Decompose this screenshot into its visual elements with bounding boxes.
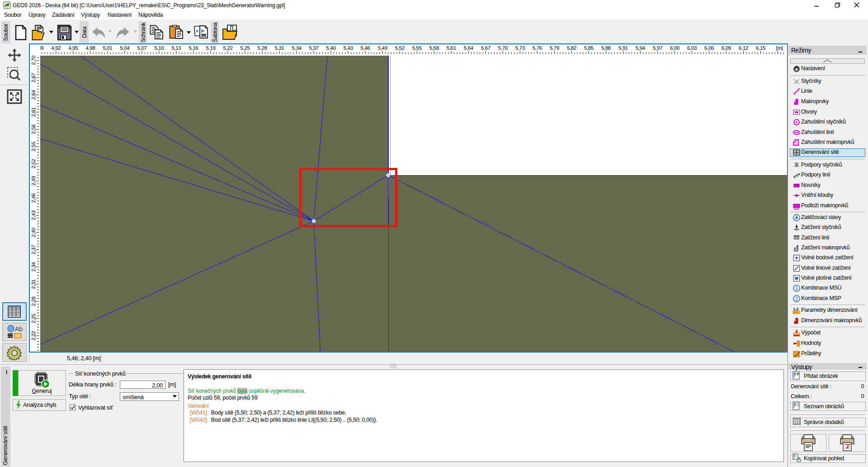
svg-text:5,82: 5,82 xyxy=(566,45,576,51)
svg-text:5,28: 5,28 xyxy=(257,45,267,51)
svg-text:5,34: 5,34 xyxy=(292,45,302,51)
svg-text:5,97: 5,97 xyxy=(653,45,662,51)
svg-text:5,94: 5,94 xyxy=(635,45,645,51)
svg-text:5,88: 5,88 xyxy=(601,45,610,51)
svg-text:5,79: 5,79 xyxy=(549,45,559,51)
svg-text:4,92: 4,92 xyxy=(51,45,61,51)
svg-text:5,49: 5,49 xyxy=(377,45,387,51)
svg-text:2,31: 2,31 xyxy=(30,279,36,289)
svg-text:5,04: 5,04 xyxy=(120,45,130,51)
svg-text:2,61: 2,61 xyxy=(30,107,36,117)
svg-text:2,64: 2,64 xyxy=(30,90,36,100)
svg-text:5,73: 5,73 xyxy=(515,45,524,51)
svg-text:5,61: 5,61 xyxy=(446,45,456,51)
svg-text:5,37: 5,37 xyxy=(309,45,318,51)
svg-text:2,70: 2,70 xyxy=(30,56,36,65)
svg-text:2,22: 2,22 xyxy=(30,331,36,340)
svg-text:5,67: 5,67 xyxy=(481,45,490,51)
svg-text:6,00: 6,00 xyxy=(670,45,679,51)
svg-text:2: 2 xyxy=(795,296,798,301)
svg-text:5,10: 5,10 xyxy=(154,45,164,51)
svg-text:2,28: 2,28 xyxy=(30,296,36,306)
svg-text:5,55: 5,55 xyxy=(412,45,421,51)
svg-text:2,43: 2,43 xyxy=(30,210,36,220)
svg-text:5,64: 5,64 xyxy=(463,45,473,51)
svg-text:5,58: 5,58 xyxy=(429,45,439,51)
svg-text:6,15: 6,15 xyxy=(756,45,765,51)
svg-text:5,01: 5,01 xyxy=(103,45,112,51)
svg-text:2,34: 2,34 xyxy=(30,262,36,272)
svg-text:Ab: Ab xyxy=(15,325,23,333)
svg-text:2,25: 2,25 xyxy=(30,314,36,323)
svg-text:6,03: 6,03 xyxy=(687,45,697,51)
svg-text:2,40: 2,40 xyxy=(30,228,36,237)
svg-text:6,09: 6,09 xyxy=(722,45,731,51)
svg-text:1,2: 1,2 xyxy=(793,306,798,311)
svg-text:2,46: 2,46 xyxy=(30,193,36,203)
svg-text:5,07: 5,07 xyxy=(137,45,146,51)
svg-text:Soubor: Soubor xyxy=(3,24,9,41)
svg-text:2,49: 2,49 xyxy=(30,176,36,186)
svg-text:1: 1 xyxy=(795,286,798,291)
svg-text:5,85: 5,85 xyxy=(584,45,593,51)
svg-text:5,19: 5,19 xyxy=(206,45,215,51)
svg-text:6,12: 6,12 xyxy=(739,45,748,51)
svg-text:2,37: 2,37 xyxy=(30,245,36,254)
svg-text:2,52: 2,52 xyxy=(30,159,36,168)
svg-text:5,40: 5,40 xyxy=(326,45,335,51)
svg-text:2,67: 2,67 xyxy=(30,73,36,82)
svg-text:4,89: 4,89 xyxy=(40,45,43,51)
svg-text:2,55: 2,55 xyxy=(30,142,36,151)
svg-text:[m]: [m] xyxy=(776,45,783,51)
svg-text:5,13: 5,13 xyxy=(171,45,181,51)
svg-text:5,16: 5,16 xyxy=(189,45,198,51)
svg-text:2,58: 2,58 xyxy=(30,124,36,134)
svg-text:6,06: 6,06 xyxy=(704,45,714,51)
svg-text:5,22: 5,22 xyxy=(223,45,232,51)
svg-text:5,91: 5,91 xyxy=(618,45,627,51)
svg-text:5,70: 5,70 xyxy=(498,45,507,51)
svg-text:Generování sítě: Generování sítě xyxy=(2,426,9,465)
svg-text:5,46: 5,46 xyxy=(360,45,370,51)
svg-text:Šablona: Šablona xyxy=(212,22,218,42)
svg-text:Data: Data xyxy=(81,27,88,38)
svg-text:4,98: 4,98 xyxy=(85,45,95,51)
svg-text:4,95: 4,95 xyxy=(68,45,78,51)
svg-text:5,25: 5,25 xyxy=(240,45,250,51)
svg-text:5,43: 5,43 xyxy=(343,45,353,51)
svg-text:5,52: 5,52 xyxy=(395,45,404,51)
svg-text:5,76: 5,76 xyxy=(532,45,542,51)
svg-text:5,31: 5,31 xyxy=(274,45,284,51)
svg-text:Schránk: Schránk xyxy=(140,22,146,43)
